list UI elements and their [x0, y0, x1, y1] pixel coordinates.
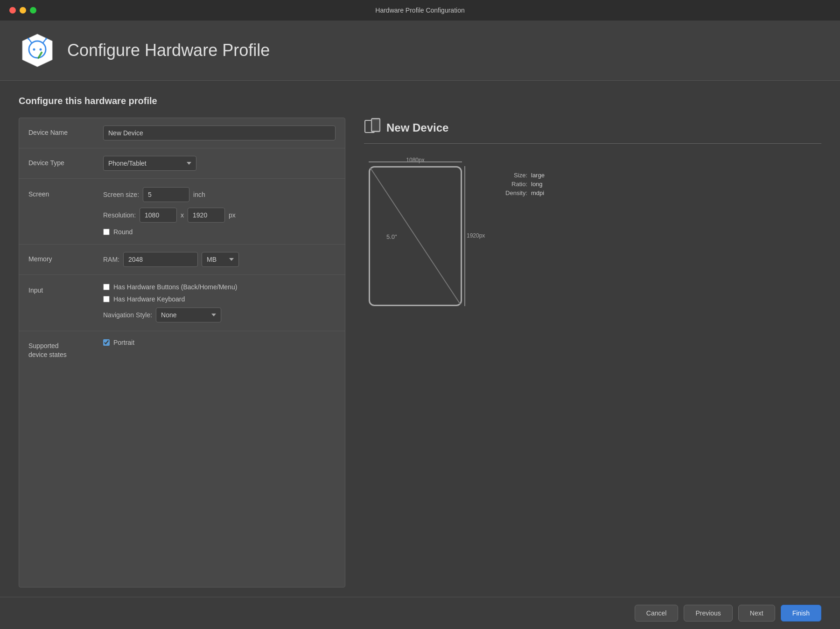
hw-buttons-row: Has Hardware Buttons (Back/Home/Menu) [103, 283, 336, 291]
app-logo-icon [19, 32, 56, 69]
bottom-bar: Cancel Previous Next Finish [0, 597, 840, 629]
app-header: Configure Hardware Profile [0, 21, 840, 80]
device-name-label: Device Name [28, 126, 103, 138]
title-bar: Hardware Profile Configuration [0, 0, 840, 21]
svg-line-13 [370, 168, 461, 305]
resolution-unit: px [229, 211, 236, 219]
portrait-label: Portrait [113, 339, 134, 346]
device-type-controls: Phone/Tablet Tablet Phone TV Wear OS [103, 156, 336, 171]
resolution-label: Resolution: [103, 211, 136, 219]
preview-content: 1080px 1920px [364, 153, 821, 587]
memory-label: Memory [28, 252, 103, 264]
screen-label: Screen [28, 187, 103, 199]
ram-row: RAM: MB GB [103, 252, 336, 267]
preview-device-name: New Device [386, 121, 448, 134]
hw-keyboard-label: Has Hardware Keyboard [113, 295, 185, 303]
device-name-row: Device Name [19, 118, 345, 148]
size-label: Size: [499, 172, 527, 179]
height-label: 1920px [467, 232, 485, 239]
spec-ratio-row: Ratio: long [499, 181, 545, 188]
svg-point-3 [28, 38, 29, 40]
previous-button[interactable]: Previous [684, 605, 732, 622]
device-diagram: 1080px 1920px [364, 153, 485, 321]
resolution-x-input[interactable] [140, 208, 177, 223]
memory-row: Memory RAM: MB GB [19, 245, 345, 275]
device-type-label: Device Type [28, 156, 103, 168]
size-value: large [531, 172, 545, 179]
resolution-x-sep: x [181, 211, 184, 219]
device-type-row: Device Type Phone/Tablet Tablet Phone TV… [19, 148, 345, 179]
input-controls: Has Hardware Buttons (Back/Home/Menu) Ha… [103, 283, 336, 322]
ram-input[interactable] [123, 252, 198, 267]
screen-size-row: Screen size: inch [103, 187, 336, 202]
window-controls [9, 7, 36, 14]
preview-specs: Size: large Ratio: long Density: mdpi [499, 153, 545, 196]
ratio-value: long [531, 181, 543, 188]
input-label: Input [28, 283, 103, 295]
nav-style-label: Navigation Style: [103, 311, 152, 319]
ram-unit-select[interactable]: MB GB [202, 252, 239, 267]
minimize-button[interactable] [20, 7, 26, 14]
portrait-row: Portrait [103, 339, 336, 346]
close-button[interactable] [9, 7, 16, 14]
form-panel: Device Name Device Type Phone/Tablet Tab… [19, 118, 345, 587]
right-bracket [464, 166, 465, 306]
window-title: Hardware Profile Configuration [375, 7, 464, 14]
diagonal-line [370, 168, 461, 305]
svg-point-5 [45, 38, 47, 40]
svg-point-7 [40, 49, 42, 51]
spec-size-row: Size: large [499, 172, 545, 179]
next-button[interactable]: Next [738, 605, 775, 622]
screen-size-label: Screen size: [103, 191, 139, 198]
device-name-controls [103, 126, 336, 140]
cancel-button[interactable]: Cancel [635, 605, 679, 622]
app-header-title: Configure Hardware Profile [67, 41, 270, 60]
memory-controls: RAM: MB GB [103, 252, 336, 267]
diagonal-label: 5.0" [386, 233, 397, 240]
hw-buttons-checkbox[interactable] [103, 284, 110, 290]
screen-controls: Screen size: inch Resolution: x px [103, 187, 336, 236]
round-label: Round [113, 228, 133, 236]
section-title: Configure this hardware profile [19, 96, 821, 106]
nav-style-select[interactable]: None D-pad Trackball Wheel [156, 308, 221, 322]
resolution-y-input[interactable] [188, 208, 225, 223]
spec-density-row: Density: mdpi [499, 189, 545, 196]
hw-keyboard-row: Has Hardware Keyboard [103, 295, 336, 303]
density-value: mdpi [531, 189, 544, 196]
hw-keyboard-checkbox[interactable] [103, 296, 110, 302]
screen-size-unit: inch [193, 191, 205, 198]
round-row: Round [103, 228, 336, 236]
device-states-row: Supported device states Portrait [19, 331, 345, 367]
resolution-row: Resolution: x px [103, 208, 336, 223]
ratio-label: Ratio: [499, 181, 527, 188]
nav-style-row: Navigation Style: None D-pad Trackball W… [103, 308, 336, 322]
phone-frame [369, 166, 462, 306]
svg-point-6 [33, 49, 35, 51]
input-row: Input Has Hardware Buttons (Back/Home/Me… [19, 275, 345, 331]
preview-header: New Device [364, 118, 821, 144]
device-name-input[interactable] [103, 126, 336, 140]
top-bracket [369, 161, 462, 162]
hw-buttons-label: Has Hardware Buttons (Back/Home/Menu) [113, 283, 237, 291]
device-states-controls: Portrait [103, 339, 336, 346]
maximize-button[interactable] [30, 7, 36, 14]
portrait-checkbox[interactable] [103, 339, 110, 346]
form-and-preview: Device Name Device Type Phone/Tablet Tab… [19, 118, 821, 587]
finish-button[interactable]: Finish [781, 605, 821, 622]
svg-rect-11 [371, 119, 380, 132]
screen-row: Screen Screen size: inch Resolution: x [19, 179, 345, 245]
density-label: Density: [499, 189, 527, 196]
round-checkbox[interactable] [103, 229, 110, 235]
svg-marker-0 [22, 34, 52, 67]
ram-label: RAM: [103, 256, 119, 263]
preview-device-icon [364, 118, 381, 138]
device-states-label: Supported device states [28, 339, 103, 359]
screen-size-input[interactable] [143, 187, 189, 202]
preview-panel: New Device 1080px [364, 118, 821, 587]
main-content: Configure this hardware profile Device N… [0, 81, 840, 597]
device-type-select[interactable]: Phone/Tablet Tablet Phone TV Wear OS [103, 156, 196, 171]
